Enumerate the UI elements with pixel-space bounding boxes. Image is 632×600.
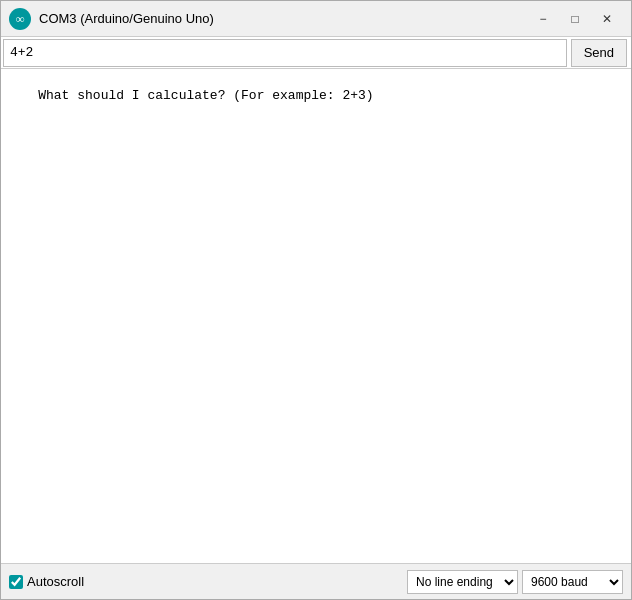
serial-output: What should I calculate? (For example: 2…	[1, 69, 631, 563]
status-bar: Autoscroll No line ending Newline Carria…	[1, 563, 631, 599]
maximize-button[interactable]: □	[559, 5, 591, 33]
serial-input[interactable]	[3, 39, 567, 67]
window-controls: − □ ✕	[527, 5, 623, 33]
status-right: No line ending Newline Carriage return B…	[407, 570, 623, 594]
send-button[interactable]: Send	[571, 39, 627, 67]
arduino-serial-monitor-window: ∞ COM3 (Arduino/Genuino Uno) − □ ✕ Send …	[0, 0, 632, 600]
autoscroll-checkbox[interactable]	[9, 575, 23, 589]
title-bar: ∞ COM3 (Arduino/Genuino Uno) − □ ✕	[1, 1, 631, 37]
arduino-logo: ∞	[9, 8, 31, 30]
close-button[interactable]: ✕	[591, 5, 623, 33]
line-ending-select[interactable]: No line ending Newline Carriage return B…	[407, 570, 518, 594]
window-title: COM3 (Arduino/Genuino Uno)	[39, 11, 527, 26]
serial-output-text: What should I calculate? (For example: 2…	[38, 88, 373, 103]
autoscroll-label: Autoscroll	[27, 574, 84, 589]
input-bar: Send	[1, 37, 631, 69]
svg-text:∞: ∞	[16, 12, 25, 26]
baud-rate-select[interactable]: 300 baud 1200 baud 2400 baud 4800 baud 9…	[522, 570, 623, 594]
autoscroll-area: Autoscroll	[9, 574, 407, 589]
minimize-button[interactable]: −	[527, 5, 559, 33]
